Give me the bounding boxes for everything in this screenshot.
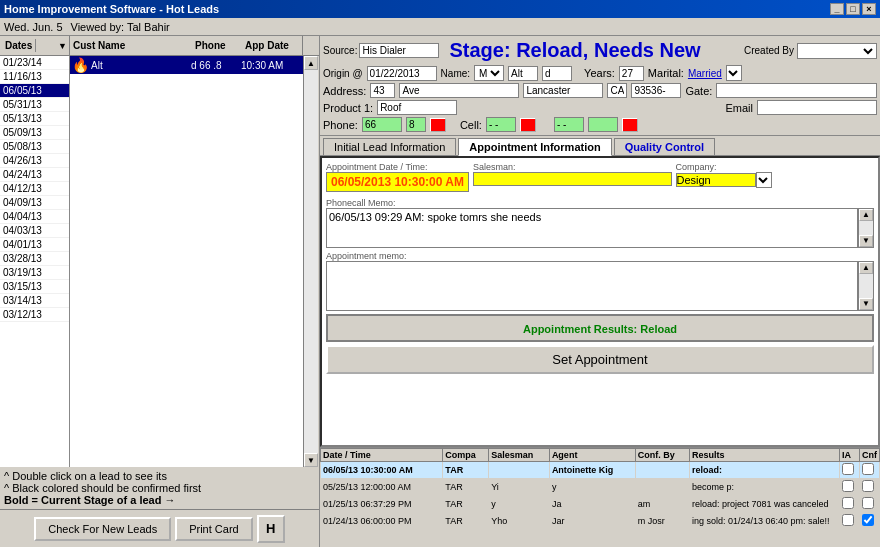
cnf-checkbox[interactable] <box>862 463 874 475</box>
tab-appointment[interactable]: Appointment Information <box>458 138 611 156</box>
history-row[interactable]: 05/25/13 12:00:00 AM TAR Yi y become p: <box>321 479 880 496</box>
phone-input-1[interactable] <box>362 117 402 132</box>
product-label: Product 1: <box>323 102 373 114</box>
history-date: 01/24/13 06:00:00 PM <box>321 513 443 530</box>
date-item[interactable]: 03/15/13 <box>0 280 69 294</box>
date-item[interactable]: 05/13/13 <box>0 112 69 126</box>
maximize-button[interactable]: □ <box>846 3 860 15</box>
scroll-up-btn[interactable]: ▲ <box>304 56 318 70</box>
history-salesman: Yi <box>489 479 550 496</box>
source-input[interactable] <box>359 43 439 58</box>
date-item[interactable]: 05/09/13 <box>0 126 69 140</box>
date-item[interactable]: 04/03/13 <box>0 224 69 238</box>
ia-checkbox[interactable] <box>842 514 854 526</box>
name-last-input[interactable] <box>542 66 572 81</box>
appt-memo-area[interactable] <box>326 261 858 311</box>
appt-scroll-up[interactable]: ▲ <box>859 262 873 274</box>
date-item[interactable]: 05/08/13 <box>0 140 69 154</box>
date-item[interactable]: 04/24/13 <box>0 168 69 182</box>
gate-input[interactable] <box>716 83 877 98</box>
date-item[interactable]: 03/12/13 <box>0 308 69 322</box>
cell-input-1[interactable] <box>486 117 516 132</box>
product-input[interactable] <box>377 100 457 115</box>
created-by-label: Created By <box>744 45 794 56</box>
phonecall-memo-label: Phonecall Memo: <box>326 198 874 208</box>
menu-bar: Wed. Jun. 5 Viewed by: Tal Bahir <box>0 18 880 36</box>
tab-initial-lead[interactable]: Initial Lead Information <box>323 138 456 155</box>
cnf-checkbox[interactable] <box>862 514 874 526</box>
cnf-checkbox[interactable] <box>862 497 874 509</box>
scroll-down-btn[interactable]: ▼ <box>304 453 318 467</box>
leads-scrollbar[interactable]: ▲ ▼ <box>303 56 319 467</box>
company-input[interactable] <box>676 173 756 187</box>
email-input[interactable] <box>757 100 877 115</box>
col-agent: Agent <box>549 449 635 462</box>
col-salesman: Salesman <box>489 449 550 462</box>
history-salesman <box>489 462 550 479</box>
set-appointment-button[interactable]: Set Appointment <box>326 345 874 374</box>
name-prefix-select[interactable]: Mr <box>474 65 504 81</box>
date-item[interactable]: 03/28/13 <box>0 252 69 266</box>
date-item[interactable]: 04/26/13 <box>0 154 69 168</box>
history-row[interactable]: 01/24/13 06:00:00 PM TAR Yho Jar m Josr … <box>321 513 880 530</box>
date-item[interactable]: 04/04/13 <box>0 210 69 224</box>
memo-scrollbar[interactable]: ▲ ▼ <box>858 208 874 248</box>
lead-row-selected[interactable]: 🔥 Alt d 66 .8 10:30 AM <box>70 56 303 74</box>
zip-input[interactable] <box>631 83 681 98</box>
address-num-input[interactable] <box>370 83 395 98</box>
date-item[interactable]: 04/12/13 <box>0 182 69 196</box>
check-leads-button[interactable]: Check For New Leads <box>34 517 171 541</box>
appt-datetime-label: Appointment Date / Time: <box>326 162 469 172</box>
date-item-selected[interactable]: 06/05/13 <box>0 84 69 98</box>
dates-list[interactable]: 01/23/14 11/16/13 06/05/13 05/31/13 05/1… <box>0 56 70 467</box>
phonecall-memo-area[interactable]: 06/05/13 09:29 AM: spoke tomrs she needs <box>326 208 858 248</box>
date-item[interactable]: 11/16/13 <box>0 70 69 84</box>
cell2-red-button[interactable] <box>622 118 638 132</box>
cell2-input-2[interactable] <box>588 117 618 132</box>
dates-column-header: Dates <box>2 39 36 52</box>
date-item[interactable]: 05/31/13 <box>0 98 69 112</box>
print-card-button[interactable]: Print Card <box>175 517 253 541</box>
salesman-input[interactable] <box>473 172 672 186</box>
created-by-select[interactable] <box>797 43 877 59</box>
date-item[interactable]: 04/09/13 <box>0 196 69 210</box>
col-conf-by: Conf. By <box>635 449 689 462</box>
phone-input-2[interactable] <box>406 117 426 132</box>
date-item[interactable]: 03/14/13 <box>0 294 69 308</box>
scroll-track <box>304 70 318 453</box>
name-first-input[interactable] <box>508 66 538 81</box>
history-row[interactable]: 06/05/13 10:30:00 AM TAR Antoinette Kig … <box>321 462 880 479</box>
appt-scroll-down[interactable]: ▼ <box>859 298 873 310</box>
history-ia <box>840 462 860 479</box>
company-group: Company: <box>676 162 875 192</box>
close-button[interactable]: × <box>862 3 876 15</box>
date-item[interactable]: 03/19/13 <box>0 266 69 280</box>
history-row[interactable]: 01/25/13 06:37:29 PM TAR y Ja am reload:… <box>321 496 880 513</box>
memo-scroll-down[interactable]: ▼ <box>859 235 873 247</box>
city-input[interactable] <box>523 83 603 98</box>
ia-checkbox[interactable] <box>842 497 854 509</box>
ia-checkbox[interactable] <box>842 463 854 475</box>
cell-red-button[interactable] <box>520 118 536 132</box>
date-item[interactable]: 04/01/13 <box>0 238 69 252</box>
appt-datetime-value[interactable]: 06/05/2013 10:30:00 AM <box>326 172 469 192</box>
appt-memo-scrollbar[interactable]: ▲ ▼ <box>858 261 874 311</box>
state-input[interactable] <box>607 83 627 98</box>
minimize-button[interactable]: _ <box>830 3 844 15</box>
history-cnf <box>860 479 880 496</box>
leads-list[interactable]: 🔥 Alt d 66 .8 10:30 AM <box>70 56 303 467</box>
ia-checkbox[interactable] <box>842 480 854 492</box>
cell2-input-1[interactable] <box>554 117 584 132</box>
cnf-checkbox[interactable] <box>862 480 874 492</box>
years-input[interactable] <box>619 66 644 81</box>
status-line-3: Bold = Current Stage of a lead → <box>4 494 315 506</box>
phone-red-button[interactable] <box>430 118 446 132</box>
marital-select[interactable] <box>726 65 742 81</box>
memo-scroll-up[interactable]: ▲ <box>859 209 873 221</box>
company-select[interactable] <box>756 172 772 188</box>
origin-date-input[interactable] <box>367 66 437 81</box>
date-item[interactable]: 01/23/14 <box>0 56 69 70</box>
h-button[interactable]: H <box>257 515 285 543</box>
tab-quality-control[interactable]: Quality Control <box>614 138 715 155</box>
address-street-input[interactable] <box>399 83 519 98</box>
